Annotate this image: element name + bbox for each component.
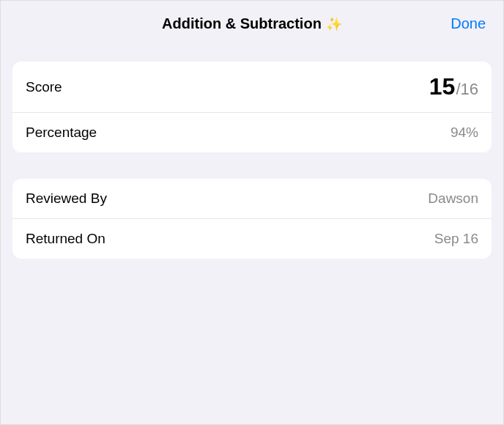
reviewed-by-row: Reviewed By Dawson (12, 179, 492, 219)
score-row: Score 15 / 16 (12, 62, 492, 113)
percentage-row: Percentage 94% (12, 113, 492, 152)
score-label: Score (26, 79, 62, 95)
sparkles-icon: ✨ (326, 16, 342, 32)
percentage-label: Percentage (26, 125, 97, 141)
returned-on-row: Returned On Sep 16 (12, 219, 492, 259)
returned-on-label: Returned On (26, 231, 105, 247)
score-denominator: 16 (461, 80, 478, 99)
returned-on-value: Sep 16 (434, 231, 478, 247)
percentage-value: 94% (451, 125, 478, 141)
reviewed-by-value: Dawson (428, 191, 478, 207)
score-numerator: 15 (429, 73, 456, 100)
reviewed-by-label: Reviewed By (26, 191, 107, 207)
page-title-text: Addition & Subtraction (162, 15, 322, 32)
score-card: Score 15 / 16 Percentage 94% (12, 62, 492, 152)
done-button[interactable]: Done (451, 15, 486, 32)
header: Addition & Subtraction ✨ Done (1, 1, 503, 47)
score-value: 15 / 16 (429, 73, 478, 100)
content: Score 15 / 16 Percentage 94% Reviewed By… (1, 47, 503, 259)
page-title: Addition & Subtraction ✨ (162, 15, 342, 32)
review-card: Reviewed By Dawson Returned On Sep 16 (12, 179, 492, 259)
